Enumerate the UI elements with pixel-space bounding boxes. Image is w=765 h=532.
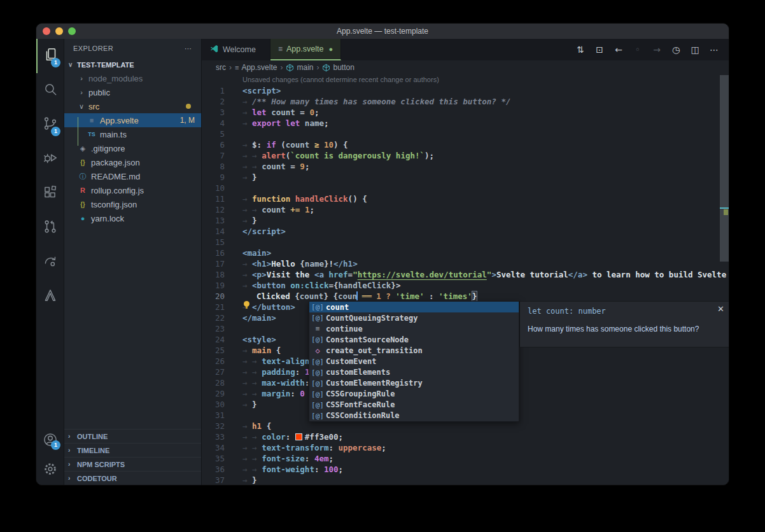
suggestion-customElements[interactable]: [@]customElements <box>309 367 519 378</box>
activity-item-explorer[interactable]: 1 <box>36 39 64 73</box>
activity-item-github-pr[interactable] <box>36 211 64 245</box>
code-line-6[interactable]: 6→ $: if (count ≥ 10) { <box>202 139 729 150</box>
code-line-11[interactable]: 11→ function handleClick() { <box>202 193 729 204</box>
file-row-rollup-config-js[interactable]: Rrollup.config.js <box>64 183 201 197</box>
navigate-back-icon[interactable]: ← <box>610 42 627 57</box>
suggestion-count[interactable]: [@]count <box>309 302 519 312</box>
suggestion-CountQueuingStrategy[interactable]: [@]CountQueuingStrategy <box>309 312 519 323</box>
sidebar-section-codetour[interactable]: ›CODETOUR <box>64 471 201 485</box>
file-row-tsconfig-json[interactable]: {}tsconfig.json <box>64 197 201 211</box>
code-line-2[interactable]: 2→ /** How many times has someone clicke… <box>202 96 729 107</box>
code-line-37[interactable]: 37→ } <box>202 475 729 485</box>
breadcrumb-item-src[interactable]: src <box>216 63 226 72</box>
file-row-src[interactable]: ∨src <box>64 99 201 113</box>
activity-item-accounts[interactable]: 1 <box>36 426 64 456</box>
split-editor-icon[interactable]: ◫ <box>687 42 703 57</box>
token: → <box>252 367 262 377</box>
file-row-app-svelte[interactable]: ≡App.svelte1, M <box>64 113 201 127</box>
activity-bar-bottom: 1 <box>36 426 64 485</box>
folder-modified-dot <box>186 104 191 109</box>
suggestion-continue[interactable]: ≡continue <box>309 323 519 334</box>
explorer-more-actions-icon[interactable]: ⋯ <box>185 45 192 53</box>
file-row--gitignore[interactable]: ◈.gitignore <box>64 141 201 155</box>
activity-item-search[interactable] <box>36 73 64 108</box>
suggestion-CSSFontFaceRule[interactable]: [@]CSSFontFaceRule <box>309 400 519 410</box>
suggestion-create_out_transition[interactable]: ◇create_out_transition <box>309 345 519 356</box>
token: ={ <box>329 281 339 290</box>
code-line-18[interactable]: 18→ <p>Visit the <a href="https://svelte… <box>202 269 729 280</box>
breadcrumb-item-app-svelte[interactable]: ≡App.svelte <box>235 63 277 72</box>
line-number: 33 <box>202 431 225 442</box>
file-row-yarn-lock[interactable]: ●yarn.lock <box>64 211 201 225</box>
code-line-7[interactable]: 7→ → alert(`count is dangerously high!`)… <box>202 150 729 161</box>
sidebar-section-timeline[interactable]: ›TIMELINE <box>64 443 201 457</box>
sidebar-section-npm-scripts[interactable]: ›NPM SCRIPTS <box>64 457 201 471</box>
code-line-1[interactable]: 1<script> <box>202 85 729 96</box>
code-line-16[interactable]: 16<main> <box>202 248 729 258</box>
code-line-36[interactable]: 36→ → font-weight: 100; <box>202 464 729 475</box>
token: → <box>252 378 262 388</box>
activity-item-run-debug[interactable] <box>36 142 64 176</box>
activity-item-source-control[interactable]: 1 <box>36 108 64 142</box>
token: : <box>290 389 300 398</box>
code-line-33[interactable]: 33→ → color: #ff3e00; <box>202 431 729 442</box>
suggestion-ConstantSourceNode[interactable]: [@]ConstantSourceNode <box>309 334 519 345</box>
code-line-13[interactable]: 13→ } <box>202 215 729 226</box>
zoom-window-button[interactable] <box>68 27 76 35</box>
code-line-3[interactable]: 3→ let count = 0; <box>202 107 729 118</box>
file-row-node-modules[interactable]: ›node_modules <box>64 71 201 85</box>
activity-item-azure[interactable] <box>36 279 64 314</box>
close-icon[interactable]: ✕ <box>717 304 724 314</box>
code-line-10[interactable]: 10 <box>202 183 729 193</box>
code-line-14[interactable]: 14</script> <box>202 226 729 237</box>
code-line-19[interactable]: 19→ <button on:click={handleClick}> <box>202 280 729 291</box>
suggestion-CSSConditionRule[interactable]: [@]CSSConditionRule <box>309 410 519 421</box>
token: ; <box>329 454 334 463</box>
activity-item-extensions[interactable] <box>36 176 64 211</box>
open-changes-icon[interactable]: ⊡ <box>591 42 608 57</box>
close-window-button[interactable] <box>43 27 50 35</box>
breadcrumb-item-main[interactable]: main <box>286 63 313 72</box>
symbol-variable-icon: [@] <box>309 303 326 311</box>
breadcrumb-item-button[interactable]: button <box>322 63 354 72</box>
file-row-public[interactable]: ›public <box>64 85 201 99</box>
line-content: → /** How many times has someone clicked… <box>225 96 510 107</box>
compare-changes-icon[interactable]: ⇅ <box>572 42 589 57</box>
code-line-12[interactable]: 12→ → count += 1; <box>202 204 729 215</box>
line-number: 30 <box>202 399 225 410</box>
code-line-17[interactable]: 17→ <h1>Hello {name}!</h1> <box>202 258 729 269</box>
token: → <box>252 162 262 171</box>
token: → <box>252 151 262 160</box>
suggestion-CustomEvent[interactable]: [@]CustomEvent <box>309 356 519 367</box>
code-line-32[interactable]: 32→ h1 { <box>202 421 729 431</box>
code-line-9[interactable]: 9→ } <box>202 172 729 183</box>
timeline-icon[interactable]: ◷ <box>668 42 684 57</box>
sidebar-section-outline[interactable]: ›OUTLINE <box>64 429 201 443</box>
codelens-annotation[interactable]: Unsaved changes (cannot determine recent… <box>202 74 729 85</box>
suggestion-CustomElementRegistry[interactable]: [@]CustomElementRegistry <box>309 378 519 389</box>
code-editor[interactable]: Unsaved changes (cannot determine recent… <box>202 74 729 485</box>
project-root-row[interactable]: ∨ TEST-TEMPLATE <box>64 58 201 71</box>
activity-item-settings[interactable] <box>36 456 64 485</box>
code-line-4[interactable]: 4→ export let name; <box>202 118 729 129</box>
minimize-window-button[interactable] <box>55 27 63 35</box>
settings-icon <box>42 461 59 480</box>
suggestion-CSSGroupingRule[interactable]: [@]CSSGroupingRule <box>309 389 519 400</box>
file-row-main-ts[interactable]: TSmain.ts <box>64 127 201 141</box>
code-line-15[interactable]: 15 <box>202 237 729 248</box>
tab-app-svelte[interactable]: ≡App.svelte● <box>270 39 341 60</box>
token: } <box>472 291 477 301</box>
scrollbar-thumb[interactable] <box>720 75 729 262</box>
tab-welcome[interactable]: Welcome <box>202 39 270 60</box>
code-line-5[interactable]: 5 <box>202 129 729 139</box>
token: } <box>252 475 257 485</box>
file-row-package-json[interactable]: {}package.json <box>64 155 201 169</box>
more-actions-icon[interactable]: ⋯ <box>706 42 722 57</box>
github-pr-icon <box>42 218 59 237</box>
file-row-readme-md[interactable]: ⓘREADME.md <box>64 169 201 183</box>
code-line-8[interactable]: 8→ → count = 9; <box>202 161 729 172</box>
code-line-34[interactable]: 34→ → text-transform: uppercase; <box>202 442 729 453</box>
code-line-20[interactable]: 20Clicked {count} {coun ══ 1 ? 'time' : … <box>202 291 729 302</box>
activity-item-live-share[interactable] <box>36 245 64 279</box>
code-line-35[interactable]: 35→ → font-size: 4em; <box>202 453 729 464</box>
